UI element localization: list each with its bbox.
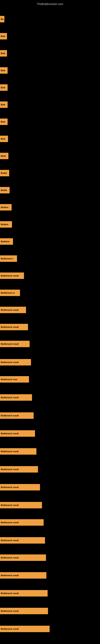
bar-label: Bottl — [1, 155, 6, 157]
bar-label: Bottleneck result — [1, 343, 19, 345]
bar-row: Bott — [0, 46, 100, 60]
bar: Bott — [0, 67, 8, 74]
bar: Bottleneck result — [0, 554, 46, 561]
bar-label: Bott — [1, 52, 5, 54]
bar-label: Bottleneck result — [1, 610, 19, 612]
bar-row: Bottleneck result — [0, 390, 100, 404]
bar-row: Bottlene — [0, 234, 100, 248]
bar: Bottleneck resu — [0, 376, 29, 382]
bar-row: Bottleneck result — [0, 408, 100, 422]
bar-label: Bottleneck result — [1, 628, 19, 630]
bar: Bottle — [0, 170, 9, 176]
bar: Bottleneck result — [0, 626, 50, 632]
bar-row: Bottleneck re — [0, 286, 100, 300]
bar: Bottleneck result — [0, 307, 26, 313]
bar-row: Bottleneck result — [0, 480, 100, 494]
bar: Bottleneck result — [0, 448, 36, 454]
bar-row: Bottleneck result — [0, 303, 100, 317]
bar-row: Bottle — [0, 183, 100, 197]
bar-row: Bottleneck result — [0, 568, 100, 582]
bar-label: Bottleneck re — [1, 292, 15, 294]
bar: Bottleneck result — [0, 537, 45, 544]
bar-row: Bottleneck result — [0, 320, 100, 334]
bar-label: Bottleneck result — [1, 432, 19, 435]
bar: Bottleneck result — [0, 272, 24, 279]
bar: Bott — [0, 118, 8, 125]
bar-row: Bottleneck result — [0, 355, 100, 369]
bar-row: Bott — [0, 98, 100, 112]
bar-label: Bottleneck result — [1, 592, 19, 594]
bar-row: Bottleneck result — [0, 604, 100, 618]
bar-label: Bottle — [1, 172, 7, 174]
bar: Bottlen — [0, 204, 12, 210]
bar-row: Bottleneck result — [0, 462, 100, 476]
bar-row: Bottleneck result — [0, 444, 100, 458]
bar: Bottleneck result — [0, 324, 28, 330]
bar: Bottl — [0, 153, 8, 159]
bar-row: Bottleneck result — [0, 426, 100, 440]
bar-label: Bottleneck result — [1, 396, 19, 399]
bar-row: Bott — [0, 80, 100, 94]
bar-label: Bottleneck result — [1, 450, 19, 452]
bar-row: Bott — [0, 29, 100, 43]
bar-label: Bottleneck result — [1, 274, 19, 277]
bar-row: Bottleneck result — [0, 586, 100, 600]
bar-label: Bottlen — [1, 206, 8, 208]
bar-row: Bott — [0, 115, 100, 129]
bar-row: Bottleneck r — [0, 252, 100, 266]
bar-row: Bottlen — [0, 200, 100, 214]
bar-row: Bott — [0, 64, 100, 78]
bar-label: Bottleneck result — [1, 504, 19, 506]
bar-label: Bottleneck result — [1, 574, 19, 576]
bar: Bottleneck result — [0, 519, 44, 526]
bar-row: Bottle — [0, 166, 100, 180]
bar: Bott — [0, 102, 8, 108]
bar: Bottleneck result — [0, 359, 31, 366]
site-title: TheBottlenecker.com — [0, 1, 100, 7]
bar-label: Bottleneck result — [1, 521, 19, 524]
bar-label: Bott — [1, 35, 5, 38]
bar-label: Bott — [1, 86, 5, 89]
bar: Bottleneck result — [0, 484, 40, 490]
bar-label: Bottleneck result — [1, 556, 19, 559]
bar-row: Bottleneck result — [0, 550, 100, 565]
bar-row: Bottlen — [0, 217, 100, 232]
bar-label: Bo — [1, 18, 3, 20]
bar-label: Bottlen — [1, 223, 8, 226]
bar-row: Bottleneck result — [0, 622, 100, 636]
bar-label: Bott — [1, 120, 5, 123]
bar-row: Bottl — [0, 149, 100, 163]
bar: Bottle — [0, 187, 10, 194]
bar-row: Bottleneck result — [0, 516, 100, 530]
bar-label: Bott — [1, 69, 5, 72]
bar-row: Bottleneck result — [0, 498, 100, 512]
bar-label: Bottleneck result — [1, 309, 19, 311]
bar: Bottleneck result — [0, 590, 48, 596]
bar: Bott — [0, 84, 8, 91]
bar-label: Bottleneck result — [1, 486, 19, 488]
bar-label: Bottleneck result — [1, 539, 19, 542]
bar-label: Bottleneck result — [1, 361, 19, 364]
bar-row: Bottleneck result — [0, 269, 100, 283]
bar: Bottleneck result — [0, 430, 35, 437]
bar-row: Bo — [0, 12, 100, 26]
bar: Bottleneck result — [0, 341, 30, 347]
bar-label: Bottlene — [1, 240, 10, 243]
bar-label: Bottleneck result — [1, 326, 19, 328]
bar: Bo — [0, 16, 4, 22]
bar-label: Bottleneck result — [1, 468, 19, 470]
bar: Bott — [0, 33, 7, 40]
bar: Bottleneck result — [0, 394, 32, 401]
bar-label: Bott — [1, 104, 5, 106]
bar: Bottlene — [0, 238, 13, 245]
bar: Bott — [0, 136, 8, 142]
bar: Bottleneck result — [0, 412, 34, 419]
bar-row: Bott — [0, 132, 100, 146]
bar: Bottleneck result — [0, 502, 42, 508]
bar-row: Bottleneck result — [0, 337, 100, 351]
bar: Bottleneck result — [0, 466, 38, 472]
bar: Bottleneck result — [0, 608, 48, 614]
bar: Bottleneck r — [0, 256, 17, 262]
bar: Bottlen — [0, 221, 12, 228]
bar-label: Bott — [1, 138, 5, 140]
